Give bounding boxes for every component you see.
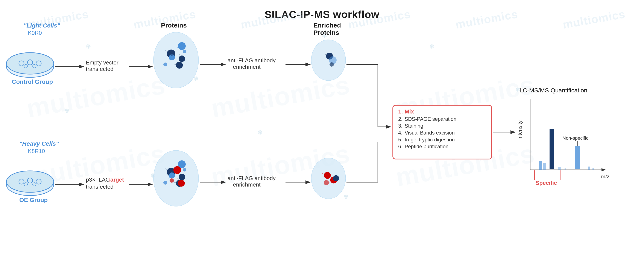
svg-rect-89 bbox=[558, 167, 561, 170]
svg-point-49 bbox=[154, 150, 198, 206]
svg-point-51 bbox=[182, 177, 185, 180]
svg-text:1.: 1. bbox=[398, 108, 403, 115]
svg-text:Empty vector: Empty vector bbox=[86, 59, 118, 66]
svg-point-5 bbox=[6, 53, 54, 74]
svg-text:Proteins: Proteins bbox=[314, 29, 339, 36]
svg-text:anti-FLAG antibody: anti-FLAG antibody bbox=[228, 57, 276, 64]
svg-text:enrichment: enrichment bbox=[233, 181, 260, 188]
svg-text:Staining: Staining bbox=[405, 123, 423, 129]
svg-text:K8R10: K8R10 bbox=[28, 148, 45, 154]
svg-rect-83 bbox=[543, 163, 546, 170]
svg-text:Enriched: Enriched bbox=[314, 22, 341, 29]
svg-rect-90 bbox=[564, 168, 566, 170]
svg-rect-87 bbox=[588, 167, 590, 170]
svg-text:OE Group: OE Group bbox=[19, 197, 48, 203]
svg-text:5.: 5. bbox=[398, 137, 402, 142]
svg-point-37 bbox=[6, 171, 54, 192]
svg-point-30 bbox=[330, 62, 334, 67]
svg-text:SDS-PAGE separation: SDS-PAGE separation bbox=[405, 116, 456, 122]
svg-text:Target: Target bbox=[107, 176, 124, 183]
svg-text:"Heavy Cells": "Heavy Cells" bbox=[19, 140, 59, 147]
svg-text:LC-MS/MS Quantification: LC-MS/MS Quantification bbox=[520, 87, 587, 94]
svg-text:transfected: transfected bbox=[86, 66, 114, 72]
svg-text:4.: 4. bbox=[398, 130, 402, 136]
svg-text:6.: 6. bbox=[398, 144, 402, 149]
svg-point-21 bbox=[171, 54, 173, 56]
svg-text:enrichment: enrichment bbox=[233, 64, 260, 70]
svg-text:3.: 3. bbox=[398, 123, 402, 129]
svg-text:Mix: Mix bbox=[405, 108, 414, 115]
svg-text:Visual Bands excision: Visual Bands excision bbox=[405, 130, 455, 136]
svg-text:Intensity: Intensity bbox=[517, 121, 523, 140]
svg-point-52 bbox=[163, 181, 167, 185]
svg-point-19 bbox=[182, 59, 185, 62]
svg-text:K0R0: K0R0 bbox=[28, 30, 42, 36]
svg-text:Control Group: Control Group bbox=[12, 78, 53, 85]
svg-text:2.: 2. bbox=[398, 116, 402, 122]
main-container: multiomics multiomics multiomics multiom… bbox=[0, 0, 644, 254]
svg-text:anti-FLAG antibody: anti-FLAG antibody bbox=[228, 175, 276, 181]
svg-rect-84 bbox=[575, 146, 580, 169]
svg-point-59 bbox=[324, 180, 329, 185]
svg-point-53 bbox=[170, 178, 174, 183]
svg-text:In-gel tryptic digestion: In-gel tryptic digestion bbox=[405, 137, 455, 142]
svg-point-17 bbox=[154, 32, 198, 88]
svg-text:Non-specific: Non-specific bbox=[562, 135, 588, 141]
svg-point-20 bbox=[163, 63, 167, 66]
svg-text:transfected: transfected bbox=[86, 183, 114, 190]
svg-text:Proteins: Proteins bbox=[161, 22, 187, 29]
svg-point-18 bbox=[183, 50, 186, 53]
svg-text:Specific: Specific bbox=[536, 180, 557, 186]
svg-text:m/z: m/z bbox=[601, 174, 610, 179]
svg-point-28 bbox=[311, 40, 346, 81]
svg-rect-82 bbox=[539, 161, 542, 170]
svg-text:Peptide purification: Peptide purification bbox=[405, 144, 448, 149]
svg-rect-81 bbox=[550, 129, 554, 169]
svg-rect-88 bbox=[592, 168, 594, 170]
svg-point-50 bbox=[183, 168, 186, 171]
svg-text:"Light Cells": "Light Cells" bbox=[24, 22, 60, 29]
workflow-diagram: "Light Cells" K0R0 Control Group Empty v… bbox=[0, 0, 644, 254]
